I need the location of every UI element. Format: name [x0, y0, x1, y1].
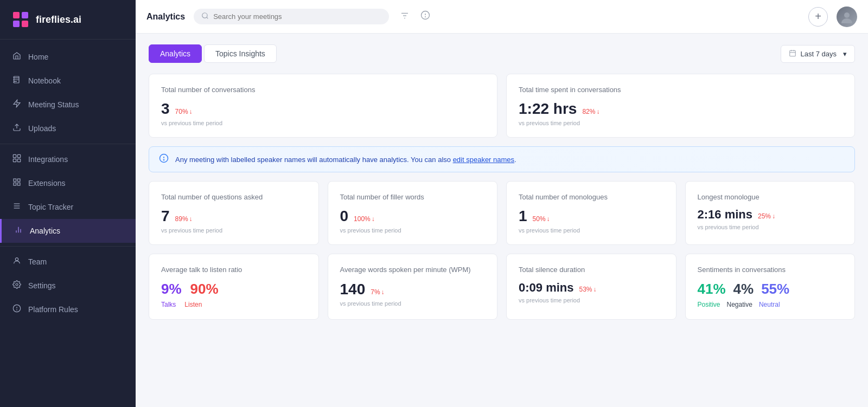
card-wpm-title: Average words spoken per minute (WPM): [340, 265, 486, 275]
card-total-questions: Total number of questions asked 7 89%↓ v…: [149, 181, 319, 245]
svg-rect-8: [17, 154, 20, 157]
listen-value: 90%: [190, 281, 219, 298]
filler-words-sub: vs previous time period: [340, 227, 486, 234]
neutral-label: Neutral: [759, 301, 780, 308]
sidebar-label-extensions: Extensions: [28, 179, 65, 188]
content-area: Analytics Topics Insights Last 7 days ▾ …: [136, 34, 868, 407]
total-time-change: 82% ↓: [582, 108, 599, 115]
svg-rect-9: [13, 159, 16, 161]
card-total-conversations: Total number of conversations 3 70% ↓ vs…: [149, 74, 497, 138]
svg-rect-3: [22, 12, 28, 18]
logo-icon: [11, 10, 30, 29]
listen-label: Listen: [184, 301, 202, 308]
svg-rect-1: [13, 12, 20, 18]
nav-list: Home Notebook Meeting Status Uploads In: [0, 40, 136, 407]
tab-analytics[interactable]: Analytics: [149, 44, 202, 63]
edit-speaker-names-link[interactable]: edit speaker names: [453, 156, 514, 164]
svg-point-25: [17, 309, 17, 310]
total-conversations-value: 3: [161, 100, 170, 118]
sidebar-label-settings: Settings: [28, 281, 56, 290]
svg-rect-11: [14, 179, 16, 182]
total-time-value: 1:22 hrs: [519, 100, 577, 118]
sidebar-item-topic-tracker[interactable]: Topic Tracker: [0, 195, 136, 219]
wpm-sub: vs previous time period: [340, 300, 486, 307]
main-area: Analytics + Analy: [136, 0, 868, 407]
monologues-value: 1: [519, 208, 527, 225]
longest-monologue-change: 25%↓: [758, 212, 775, 220]
total-questions-sub: vs previous time period: [161, 227, 307, 234]
sidebar-item-extensions[interactable]: Extensions: [0, 171, 136, 195]
avatar-image: [837, 7, 857, 27]
talks-label: Talks: [161, 301, 176, 308]
home-icon: [12, 51, 22, 62]
filter-icon[interactable]: [398, 9, 412, 25]
search-icon: [201, 12, 209, 21]
card-total-conversations-value-row: 3 70% ↓: [161, 100, 485, 118]
svg-rect-34: [789, 50, 795, 56]
tab-topics-insights[interactable]: Topics Insights: [204, 44, 277, 63]
card-monologues: Total number of monologues 1 50%↓ vs pre…: [506, 181, 676, 245]
sidebar-item-meeting-status[interactable]: Meeting Status: [0, 93, 136, 117]
card-talk-listen: Average talk to listen ratio 9% 90% Talk…: [149, 254, 319, 319]
total-time-sub: vs previous time period: [519, 120, 843, 126]
svg-point-22: [16, 283, 18, 286]
extensions-icon: [12, 178, 22, 189]
positive-value: 41%: [698, 281, 726, 298]
date-filter-dropdown[interactable]: Last 7 days ▾: [781, 45, 856, 63]
calendar-icon: [789, 49, 796, 59]
silence-sub: vs previous time period: [519, 297, 664, 303]
sidebar-item-platform-rules[interactable]: Platform Rules: [0, 298, 136, 321]
sidebar-item-settings[interactable]: Settings: [0, 274, 136, 298]
sidebar-label-analytics: Analytics: [30, 227, 60, 235]
info-banner: Any meeting with labelled speaker names …: [149, 146, 855, 172]
sidebar-label-home: Home: [28, 53, 48, 61]
sidebar-item-team[interactable]: Team: [0, 250, 136, 274]
avatar[interactable]: [837, 7, 857, 27]
total-questions-change: 89%↓: [175, 215, 193, 223]
silence-change: 53%↓: [579, 286, 597, 293]
svg-rect-2: [13, 21, 20, 27]
sidebar-item-integrations[interactable]: Integrations: [0, 147, 136, 171]
logo-area: fireflies.ai: [0, 0, 136, 40]
settings-icon: [12, 280, 22, 291]
search-input[interactable]: [213, 12, 381, 21]
filler-words-value: 0: [340, 208, 349, 225]
svg-point-21: [15, 258, 18, 261]
add-button[interactable]: +: [808, 7, 828, 27]
search-bar[interactable]: [194, 9, 389, 24]
sidebar-label-topic-tracker: Topic Tracker: [28, 203, 73, 211]
sidebar-item-analytics[interactable]: Analytics: [0, 219, 136, 243]
longest-monologue-value: 2:16 mins: [698, 208, 753, 222]
info-circle-icon[interactable]: [420, 10, 430, 23]
sidebar-item-notebook[interactable]: Notebook: [0, 69, 136, 93]
app-name: fireflies.ai: [36, 14, 81, 25]
sidebar-item-uploads[interactable]: Uploads: [0, 117, 136, 140]
top-stats-row: Total number of conversations 3 70% ↓ vs…: [149, 74, 855, 138]
card-total-time: Total time spent in conversations 1:22 h…: [506, 74, 855, 138]
sidebar-label-integrations: Integrations: [28, 155, 68, 164]
card-total-time-value-row: 1:22 hrs 82% ↓: [519, 100, 843, 118]
svg-rect-7: [13, 154, 16, 157]
card-sentiments-title: Sentiments in conversations: [698, 265, 843, 275]
info-banner-text: Any meeting with labelled speaker names …: [175, 156, 516, 164]
topic-tracker-icon: [12, 202, 22, 212]
svg-point-33: [844, 12, 850, 18]
negative-value: 4%: [733, 281, 754, 298]
sidebar-label-notebook: Notebook: [28, 76, 61, 85]
svg-point-40: [163, 160, 164, 160]
card-total-conversations-title: Total number of conversations: [161, 85, 485, 95]
monologues-sub: vs previous time period: [519, 227, 664, 234]
svg-rect-13: [14, 183, 16, 185]
svg-point-32: [425, 17, 426, 17]
uploads-icon: [12, 123, 22, 134]
talk-ratio-row: 9% 90%: [161, 281, 307, 298]
platform-rules-icon: [12, 304, 22, 315]
card-sentiments: Sentiments in conversations 41% 4% 55% P…: [685, 254, 856, 319]
date-filter-label: Last 7 days: [801, 50, 837, 58]
wpm-change: 7%↓: [371, 288, 384, 296]
positive-label: Positive: [698, 301, 720, 308]
card-total-questions-title: Total number of questions asked: [161, 192, 307, 202]
integrations-icon: [12, 154, 22, 165]
svg-point-26: [202, 13, 207, 18]
sidebar-item-home[interactable]: Home: [0, 45, 136, 69]
